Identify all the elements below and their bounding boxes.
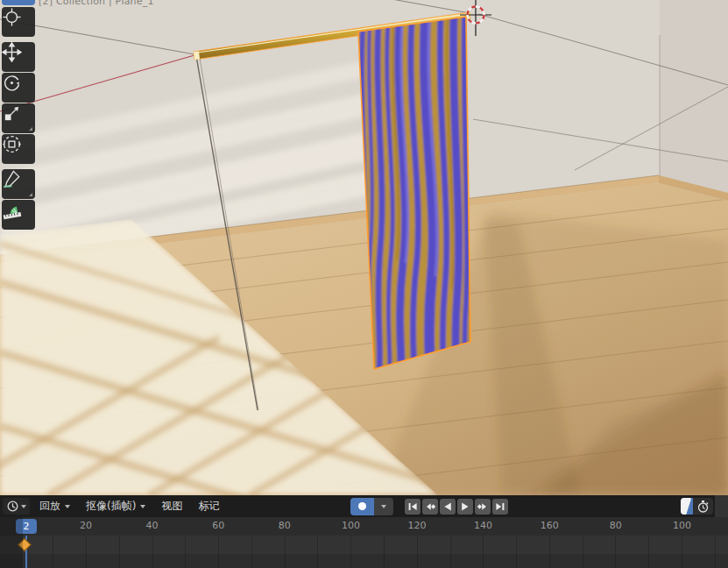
ruler-label: 160 — [541, 520, 559, 531]
timeline-editor: 回放抠像(插帧)视图标记 — [0, 495, 728, 568]
viewport-toolbar — [2, 0, 35, 231]
preview-range-partial-widget[interactable] — [681, 498, 693, 515]
timeline-menubar: 回放抠像(插帧)视图标记 — [32, 495, 227, 517]
record-dot-icon — [358, 502, 366, 510]
jump-to-start-icon — [406, 501, 419, 513]
timeline-lower-strip — [0, 554, 728, 568]
blender-window: [2] Collection | Plane_1 回放抠像(插帧)视图 — [0, 0, 728, 568]
wall-right — [660, 0, 728, 201]
3d-viewport[interactable]: [2] Collection | Plane_1 — [0, 0, 728, 495]
timeline-tracks[interactable] — [0, 536, 728, 568]
out-of-range-shade — [0, 517, 23, 568]
play-forward-button[interactable] — [457, 499, 473, 515]
chevron-down-icon — [381, 505, 386, 508]
editor-type-selector[interactable] — [3, 498, 30, 515]
jump-to-next-keyframe-button[interactable] — [475, 499, 491, 515]
submenu-indicator-icon — [29, 193, 32, 196]
jump-to-end-button[interactable] — [492, 499, 508, 515]
ruler-label: 60 — [212, 520, 224, 531]
tool-move-button[interactable] — [2, 42, 35, 72]
tool-active-cut-button[interactable] — [2, 0, 35, 5]
chevron-down-icon — [65, 505, 70, 508]
ruler-label: 120 — [408, 520, 427, 531]
chevron-down-icon — [140, 505, 145, 508]
timeline-ruler[interactable]: 2 2040608010012014016080100 — [0, 517, 728, 536]
play-reverse-icon — [442, 501, 454, 513]
timeline-menu-playback[interactable]: 回放 — [32, 495, 78, 517]
menu-label: 视图 — [161, 499, 182, 514]
stopwatch-icon — [696, 500, 710, 514]
jump-to-next-keyframe-icon — [477, 501, 489, 513]
jump-to-prev-keyframe-button[interactable] — [422, 499, 438, 515]
submenu-indicator-icon — [29, 127, 32, 131]
clock-icon — [6, 500, 19, 513]
playback-buttons — [405, 499, 510, 515]
ruler-label: 100 — [673, 520, 691, 531]
timeline-menu-keying[interactable]: 抠像(插帧) — [78, 495, 153, 517]
auto-keying-record-button[interactable] — [350, 498, 374, 515]
menu-label: 标记 — [198, 499, 219, 514]
tool-annotate-button[interactable] — [2, 169, 35, 199]
tool-rotate-button[interactable] — [2, 73, 35, 103]
jump-to-prev-keyframe-icon — [424, 501, 436, 513]
ruler-label: 100 — [342, 520, 360, 531]
ruler-label: 80 — [279, 520, 291, 531]
timeline-menu-view[interactable]: 视图 — [153, 495, 190, 517]
jump-to-end-icon — [494, 501, 506, 513]
chevron-down-icon — [21, 505, 26, 508]
play-forward-icon — [459, 501, 471, 513]
viewport-header-text: [2] Collection | Plane_1 — [39, 0, 154, 7]
tool-measure-button[interactable] — [2, 200, 35, 230]
transport-controls — [350, 497, 510, 515]
ruler-label: 140 — [474, 520, 492, 531]
ruler-label: 20 — [80, 520, 92, 531]
tool-cursor-button[interactable] — [2, 7, 35, 37]
timeline-menu-markers[interactable]: 标记 — [190, 495, 227, 517]
timeline-header: 回放抠像(插帧)视图标记 — [0, 495, 728, 517]
tool-transform-button[interactable] — [2, 134, 35, 164]
viewport-scene — [0, 0, 728, 495]
ruler-label: 80 — [610, 520, 622, 531]
ruler-label: 40 — [146, 520, 159, 531]
menu-label: 抠像(插帧) — [86, 499, 136, 514]
jump-to-start-button[interactable] — [405, 499, 421, 515]
use-preview-range-button[interactable] — [693, 498, 713, 515]
play-reverse-button[interactable] — [440, 499, 456, 515]
menu-label: 回放 — [39, 499, 60, 514]
keying-settings-dropdown[interactable] — [374, 498, 393, 515]
tool-scale-button[interactable] — [2, 103, 35, 133]
flag-cloth[interactable] — [355, 9, 477, 380]
clipped-widget-edge — [715, 495, 728, 517]
